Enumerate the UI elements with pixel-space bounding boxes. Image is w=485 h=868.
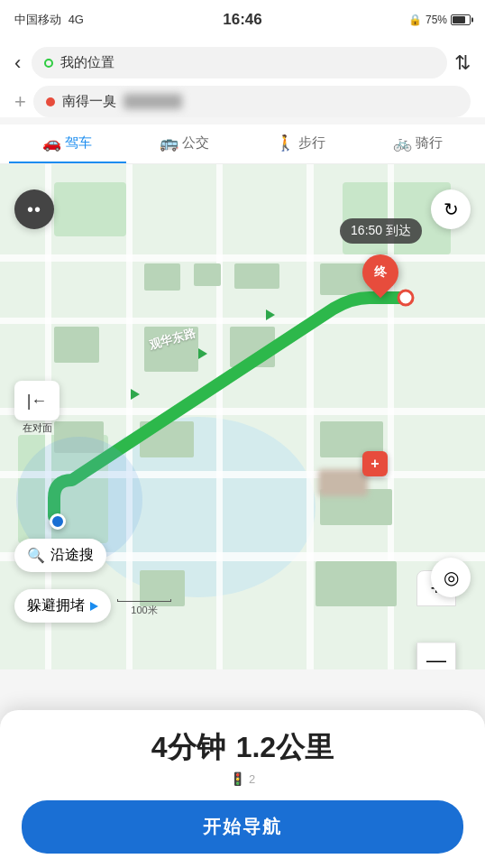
bike-icon: 🚲 <box>393 134 412 152</box>
map-area[interactable]: 16:50 到达 终 观华东路 •• ↻ |← 在对面 + — ◎ + <box>0 164 485 669</box>
top-panel: ‹ 我的位置 ⇅ + 南得一臭 <box>0 40 485 117</box>
avoid-text: 躲避拥堵 <box>27 596 85 615</box>
poi-blurred <box>318 469 368 496</box>
end-label: 终 <box>374 264 387 281</box>
origin-text: 我的位置 <box>60 54 114 71</box>
svg-rect-6 <box>0 318 485 324</box>
svg-rect-2 <box>54 182 126 236</box>
back-button[interactable]: ‹ <box>14 51 21 75</box>
more-icon: •• <box>27 199 41 220</box>
carrier-signal: 中国移动 4G <box>14 12 84 28</box>
bottom-panel: 4分钟 1.2公里 🚦 2 开始导航 <box>0 710 485 868</box>
svg-rect-11 <box>126 164 133 669</box>
tab-drive-label: 驾车 <box>65 134 92 152</box>
destination-text: 南得一臭 <box>62 93 116 110</box>
destination-row: + 南得一臭 <box>14 86 471 117</box>
svg-point-31 <box>398 291 413 305</box>
scale-label: 100米 <box>131 604 157 617</box>
traffic-lights-icon: 🚦 <box>230 771 245 786</box>
svg-rect-19 <box>54 327 99 363</box>
walk-icon: 🚶 <box>276 134 295 152</box>
destination-input[interactable]: 南得一臭 <box>33 86 471 117</box>
drive-icon: 🚗 <box>42 134 61 152</box>
origin-dot <box>44 59 53 68</box>
origin-input[interactable]: 我的位置 <box>32 47 447 78</box>
status-bar: 中国移动 4G 16:46 🔒 75% <box>0 0 485 40</box>
status-right: 🔒 75% <box>408 14 471 26</box>
add-waypoint-button[interactable]: + <box>14 90 26 114</box>
svg-rect-13 <box>307 164 314 669</box>
origin-row: ‹ 我的位置 ⇅ <box>14 47 471 78</box>
end-pin: 终 <box>355 247 407 299</box>
svg-rect-12 <box>216 164 223 669</box>
route-summary: 4分钟 1.2公里 <box>22 728 463 768</box>
tab-bus-label: 公交 <box>182 134 209 152</box>
tab-bus[interactable]: 🚌 公交 <box>126 125 243 163</box>
opposite-side-label: 在对面 <box>13 421 61 435</box>
tab-drive[interactable]: 🚗 驾车 <box>9 125 126 163</box>
my-location-button[interactable]: ◎ <box>431 558 471 597</box>
hospital-icon: + <box>371 456 379 472</box>
start-navigation-button[interactable]: 开始导航 <box>22 800 463 854</box>
location-icon: ◎ <box>444 567 459 588</box>
start-location-dot <box>50 513 66 530</box>
svg-rect-26 <box>316 561 397 606</box>
svg-rect-15 <box>144 263 180 291</box>
battery-icon <box>451 14 471 25</box>
more-button[interactable]: •• <box>14 189 54 229</box>
search-along-button[interactable]: 🔍 沿途搜 <box>14 539 106 572</box>
arrival-time-label: 16:50 到达 <box>351 223 411 237</box>
tab-bike[interactable]: 🚲 骑行 <box>360 125 477 163</box>
lock-icon: 🔒 <box>408 14 422 26</box>
tab-walk[interactable]: 🚶 步行 <box>242 125 360 163</box>
search-along-label: 沿途搜 <box>50 546 94 565</box>
end-marker: 终 <box>362 254 398 291</box>
route-meta: 🚦 2 <box>22 771 463 786</box>
opposite-side-button[interactable]: |← <box>14 381 59 420</box>
sort-button[interactable]: ⇅ <box>454 51 471 75</box>
transport-tabs: 🚗 驾车 🚌 公交 🚶 步行 🚲 骑行 <box>0 125 485 164</box>
svg-rect-17 <box>234 263 279 289</box>
zoom-out-icon: — <box>426 649 446 669</box>
svg-rect-7 <box>0 408 485 415</box>
svg-rect-16 <box>194 263 221 286</box>
route-distance: 1.2公里 <box>236 728 334 768</box>
traffic-lights-count: 2 <box>249 772 255 786</box>
play-icon <box>90 602 98 611</box>
bus-icon: 🚌 <box>160 134 178 152</box>
svg-rect-5 <box>0 254 485 262</box>
destination-dot <box>46 97 55 106</box>
hospital-marker: + <box>362 451 388 476</box>
destination-blurred <box>124 94 182 109</box>
scale-bar: 100米 <box>117 599 171 617</box>
tab-walk-label: 步行 <box>298 134 325 152</box>
scale-line <box>117 599 171 602</box>
tab-bike-label: 骑行 <box>416 134 443 152</box>
left-arrow-icon: |← <box>27 392 48 411</box>
search-icon: 🔍 <box>27 547 45 564</box>
route-time: 4分钟 <box>151 728 225 768</box>
refresh-icon: ↻ <box>444 199 459 220</box>
avoid-congestion-button[interactable]: 躲避拥堵 <box>14 589 111 623</box>
refresh-button[interactable]: ↻ <box>431 189 471 229</box>
status-time: 16:46 <box>223 11 261 29</box>
battery-label: 75% <box>426 14 447 26</box>
arrival-chip: 16:50 到达 <box>340 218 422 244</box>
zoom-out-button[interactable]: — <box>416 642 456 669</box>
